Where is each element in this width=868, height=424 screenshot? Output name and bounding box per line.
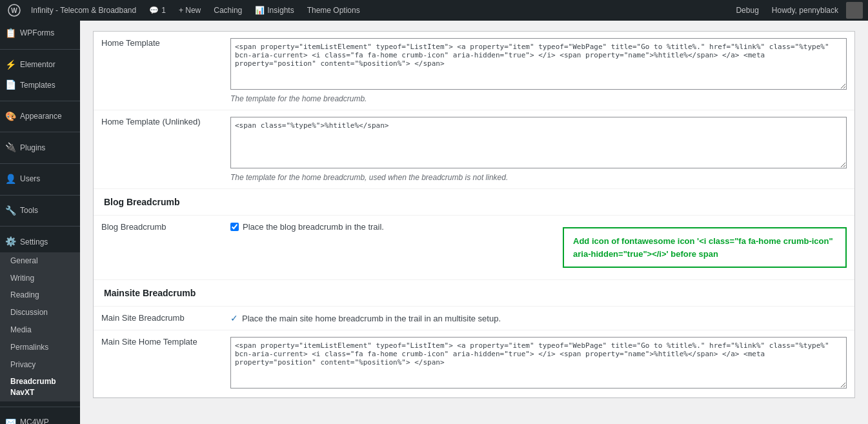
sidebar-section-plugins: 🔌 Plugins bbox=[0, 135, 80, 161]
settings-submenu: General Writing Reading Discussion Media… bbox=[0, 252, 80, 401]
home-template-label: Home Template bbox=[94, 32, 223, 110]
blog-breadcrumb-label: Blog Breadcrumb bbox=[94, 216, 223, 280]
home-template-hint: The template for the home breadcrumb. bbox=[230, 94, 847, 103]
plugins-icon: 🔌 bbox=[5, 141, 16, 154]
home-template-unlinked-cell: <span class="%type%">%htitle%</span> The… bbox=[223, 110, 854, 189]
theme-options-topbar-button[interactable]: Theme Options bbox=[302, 0, 365, 21]
sidebar-section-settings: ⚙️ Settings General Writing Reading Disc… bbox=[0, 229, 80, 404]
sidebar-item-permalinks[interactable]: Permalinks bbox=[0, 339, 80, 356]
svg-text:W: W bbox=[11, 7, 17, 14]
annotation-box: Add icon of fontawesome icon '<i class="… bbox=[563, 227, 847, 268]
users-icon: 👤 bbox=[5, 173, 16, 186]
mainsite-breadcrumb-section-title: Mainsite Breadcrumb bbox=[104, 288, 844, 298]
admin-bar: W Infinity - Telecom & Broadband 💬 1 + N… bbox=[0, 0, 868, 21]
new-content-button[interactable]: + New bbox=[174, 0, 206, 21]
sidebar-item-discussion[interactable]: Discussion bbox=[0, 304, 80, 321]
sidebar-section-wpforms: 📋 WPForms bbox=[0, 21, 80, 46]
templates-icon: 📄 bbox=[5, 79, 16, 92]
home-template-unlinked-label: Home Template (Unlinked) bbox=[94, 110, 223, 189]
appearance-icon: 🎨 bbox=[5, 110, 16, 123]
blog-breadcrumb-checkbox[interactable] bbox=[230, 223, 239, 231]
debug-button[interactable]: Debug bbox=[731, 0, 763, 21]
home-template-unlinked-textarea[interactable]: <span class="%type%">%htitle%</span> bbox=[230, 117, 847, 168]
mainsite-breadcrumb-section-header: Mainsite Breadcrumb bbox=[94, 280, 854, 307]
site-name[interactable]: Infinity - Telecom & Broadband bbox=[26, 0, 141, 21]
blog-breadcrumb-row: Blog Breadcrumb Place the blog breadcrum… bbox=[94, 216, 854, 280]
sidebar-item-reading[interactable]: Reading bbox=[0, 287, 80, 304]
main-layout: 📋 WPForms ⚡ Elementor 📄 Templates 🎨 Appe… bbox=[0, 21, 868, 424]
main-content: Home Template <span property="itemListEl… bbox=[80, 21, 868, 424]
blog-breadcrumb-table: Blog Breadcrumb Place the blog breadcrum… bbox=[94, 216, 854, 280]
insights-topbar-button[interactable]: 📊 Insights bbox=[250, 0, 299, 21]
wpforms-icon: 📋 bbox=[5, 27, 16, 40]
main-site-breadcrumb-cell: ✓ Place the main site home breadcrumb in… bbox=[223, 307, 854, 330]
comments-link[interactable]: 💬 1 bbox=[144, 0, 171, 21]
blog-breadcrumb-cell: Place the blog breadcrumb in the trail. … bbox=[223, 216, 854, 280]
sidebar-item-plugins[interactable]: 🔌 Plugins bbox=[0, 137, 80, 158]
sidebar-item-templates[interactable]: 📄 Templates bbox=[0, 75, 80, 96]
main-site-home-template-label: Main Site Home Template bbox=[94, 330, 223, 398]
blog-breadcrumb-check-text: Place the blog breadcrumb in the trail. bbox=[243, 222, 384, 232]
wp-logo[interactable]: W bbox=[5, 1, 23, 19]
blog-breadcrumb-section-header: Blog Breadcrumb bbox=[94, 189, 854, 216]
user-avatar[interactable] bbox=[846, 2, 863, 19]
main-site-home-template-row: Main Site Home Template <span property="… bbox=[94, 330, 854, 398]
sidebar-item-settings[interactable]: ⚙️ Settings bbox=[0, 232, 80, 252]
caching-button[interactable]: Caching bbox=[208, 0, 247, 21]
sidebar: 📋 WPForms ⚡ Elementor 📄 Templates 🎨 Appe… bbox=[0, 21, 80, 424]
sidebar-item-general[interactable]: General bbox=[0, 252, 80, 270]
elementor-icon: ⚡ bbox=[5, 59, 16, 72]
sidebar-section-appearance: 🎨 Appearance bbox=[0, 104, 80, 130]
tools-icon: 🔧 bbox=[5, 205, 16, 217]
sidebar-section-mc4wp: ✉️ MC4WP 📊 Insights 🌐 Easy Social Icons … bbox=[0, 410, 80, 424]
settings-table: Home Template <span property="itemListEl… bbox=[94, 32, 854, 189]
home-template-cell: <span property="itemListElement" typeof=… bbox=[223, 32, 854, 110]
home-template-unlinked-row: Home Template (Unlinked) <span class="%t… bbox=[94, 110, 854, 189]
admin-bar-right: Debug Howdy, pennyblack bbox=[731, 0, 863, 21]
blog-breadcrumb-section-title: Blog Breadcrumb bbox=[104, 197, 844, 207]
sidebar-item-mc4wp[interactable]: ✉️ MC4WP bbox=[0, 412, 80, 424]
sidebar-section-tools: 🔧 Tools bbox=[0, 198, 80, 224]
sidebar-item-media[interactable]: Media bbox=[0, 321, 80, 339]
mc4wp-icon: ✉️ bbox=[5, 416, 16, 424]
sidebar-item-tools[interactable]: 🔧 Tools bbox=[0, 201, 80, 221]
home-template-row: Home Template <span property="itemListEl… bbox=[94, 32, 854, 110]
howdy-user[interactable]: Howdy, pennyblack bbox=[767, 0, 843, 21]
main-site-breadcrumb-row: Main Site Breadcrumb ✓ Place the main si… bbox=[94, 307, 854, 330]
mainsite-breadcrumb-table: Main Site Breadcrumb ✓ Place the main si… bbox=[94, 307, 854, 398]
annotation-text: Add icon of fontawesome icon '<i class="… bbox=[573, 236, 833, 259]
sidebar-item-elementor[interactable]: ⚡ Elementor bbox=[0, 55, 80, 76]
home-template-unlinked-hint: The template for the home breadcrumb, us… bbox=[230, 173, 847, 182]
main-site-breadcrumb-checkbox-label[interactable]: ✓ Place the main site home breadcrumb in… bbox=[230, 313, 847, 323]
settings-icon: ⚙️ bbox=[5, 236, 16, 248]
sidebar-item-writing[interactable]: Writing bbox=[0, 270, 80, 287]
home-template-textarea[interactable]: <span property="itemListElement" typeof=… bbox=[230, 38, 847, 90]
sidebar-section-users: 👤 Users bbox=[0, 167, 80, 192]
settings-wrap: Home Template <span property="itemListEl… bbox=[93, 31, 855, 398]
sidebar-item-users[interactable]: 👤 Users bbox=[0, 169, 80, 190]
main-site-home-template-textarea[interactable]: <span property="itemListElement" typeof=… bbox=[230, 337, 847, 389]
sidebar-section-elementor: ⚡ Elementor 📄 Templates bbox=[0, 52, 80, 98]
main-site-breadcrumb-label: Main Site Breadcrumb bbox=[94, 307, 223, 330]
blog-breadcrumb-checkbox-label[interactable]: Place the blog breadcrumb in the trail. bbox=[230, 222, 384, 232]
checked-icon: ✓ bbox=[230, 313, 238, 323]
main-site-home-template-cell: <span property="itemListElement" typeof=… bbox=[223, 330, 854, 398]
sidebar-item-wpforms[interactable]: 📋 WPForms bbox=[0, 23, 80, 44]
sidebar-item-privacy[interactable]: Privacy bbox=[0, 356, 80, 374]
bar-chart-icon: 📊 bbox=[255, 6, 265, 15]
main-site-breadcrumb-check-text: Place the main site home breadcrumb in t… bbox=[242, 314, 501, 323]
sidebar-item-breadcrumb-navxt[interactable]: Breadcrumb NavXT bbox=[0, 373, 80, 401]
sidebar-item-appearance[interactable]: 🎨 Appearance bbox=[0, 106, 80, 127]
